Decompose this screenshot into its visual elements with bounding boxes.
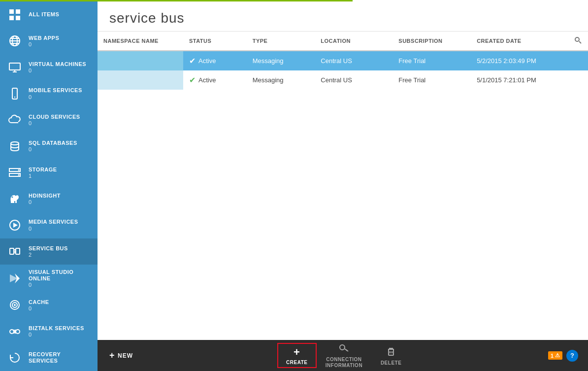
svg-point-34 [16,330,20,334]
media-icon [6,216,24,234]
col-location: LOCATION [315,32,392,51]
sidebar-item-recovery[interactable]: RECOVERY SERVICES [0,345,98,371]
table-container: NAMESPACE NAME STATUS TYPE LOCATION SUBS… [98,32,588,340]
sidebar-count-web-apps: 0 [29,41,59,47]
bottom-toolbar: + NEW + CREATE CONNECTIONINFORMATION [98,340,588,371]
sidebar-item-vs-online[interactable]: VISUAL STUDIO ONLINE 0 [0,265,98,292]
svg-point-37 [575,37,579,41]
connection-info-button[interactable]: CONNECTIONINFORMATION [317,339,371,371]
sidebar-item-web-apps[interactable]: WEB APPS 0 [0,28,98,54]
location-1: Central US [315,51,392,70]
warning-count: 1 [551,353,554,359]
sidebar-count-sql: 0 [29,146,77,152]
sidebar-count-cloud: 0 [29,120,80,126]
sidebar-label-cloud: CLOUD SERVICES [29,114,80,120]
recovery-icon [6,349,24,367]
sidebar-item-sql-databases[interactable]: SQL DATABASES 0 [0,133,98,159]
table-row[interactable]: ✔ Active Messaging Central US Free Trial… [98,70,588,90]
sidebar-label-sql: SQL DATABASES [29,140,77,146]
subscription-2: Free Trial [392,70,471,90]
sidebar-item-media-services[interactable]: MEDIA SERVICES 0 [0,212,98,238]
sidebar-item-cloud-services[interactable]: CLOUD SERVICES 0 [0,107,98,133]
trash-icon [386,346,396,359]
namespace-name-2 [98,70,183,90]
globe-icon [6,32,24,50]
biztalk-icon [6,323,24,340]
help-label: ? [570,352,574,359]
svg-rect-1 [16,9,20,14]
location-2: Central US [315,70,392,90]
monitor-icon [6,59,24,76]
new-label: NEW [118,352,133,359]
toolbar-right: 1 ⚠ ? [548,350,583,362]
sidebar-label-recovery: RECOVERY SERVICES [29,351,92,364]
new-button[interactable]: + NEW [102,346,140,365]
check-icon-1: ✔ [189,56,196,66]
subscription-1: Free Trial [392,51,471,70]
svg-point-39 [340,345,345,350]
servicebus-icon [6,242,24,260]
sidebar-item-service-bus[interactable]: SERVICE BUS 2 [0,238,98,265]
key-icon [338,342,349,356]
page-header: service bus [98,1,588,32]
warning-badge[interactable]: 1 ⚠ [548,351,562,360]
sidebar-label-mobile: MOBILE SERVICES [29,87,82,94]
sidebar-count-storage: 1 [29,173,57,179]
elephant-icon [6,190,24,208]
sidebar-label-hdinsight: HDINSIGHT [29,193,61,199]
type-2: Messaging [247,70,315,90]
svg-line-38 [579,41,581,43]
storage-icon [6,164,24,181]
svg-rect-23 [10,248,14,254]
svg-marker-22 [13,223,18,228]
svg-rect-24 [16,248,20,254]
svg-point-33 [10,330,14,334]
sidebar-item-biztalk[interactable]: BIZTALK SERVICES 0 [0,318,98,344]
help-button[interactable]: ? [566,350,578,362]
sidebar-label-storage: STORAGE [29,167,57,173]
svg-point-19 [18,174,20,176]
app-container: ALL ITEMS WEB APPS 0 [0,1,588,371]
sidebar-label-vs: VISUAL STUDIO ONLINE [29,269,92,282]
svg-point-15 [11,142,19,145]
mobile-icon [6,85,24,102]
svg-point-20 [12,196,13,198]
check-icon-2: ✔ [189,75,196,85]
sidebar-item-virtual-machines[interactable]: VIRTUAL MACHINES 0 [0,54,98,80]
svg-rect-3 [16,16,20,20]
col-type: TYPE [247,32,315,51]
sidebar-count-vm: 0 [29,67,86,73]
plus-icon: + [294,346,300,359]
table-row[interactable]: ✔ Active Messaging Central US Free Trial… [98,51,588,70]
svg-rect-9 [9,63,20,70]
sidebar-item-mobile-services[interactable]: MOBILE SERVICES 0 [0,80,98,106]
svg-point-32 [14,304,16,306]
created-2: 5/1/2015 7:21:01 PM [471,70,568,90]
connection-info-label: CONNECTIONINFORMATION [326,357,362,369]
status-2: ✔ Active [183,70,247,90]
delete-button[interactable]: DELETE [371,343,411,369]
database-icon [6,137,24,155]
create-label: CREATE [286,360,307,365]
sidebar-count-servicebus: 2 [29,252,68,258]
service-bus-table: NAMESPACE NAME STATUS TYPE LOCATION SUBS… [98,32,588,90]
sidebar-item-hdinsight[interactable]: HDINSIGHT 0 [0,186,98,212]
col-created: CREATED DATE [471,32,568,51]
page-title: service bus [109,10,576,26]
col-status: STATUS [183,32,247,51]
sidebar-item-cache[interactable]: CACHE 0 [0,292,98,318]
svg-line-41 [346,350,347,351]
sidebar-label-servicebus: SERVICE BUS [29,245,68,252]
warning-icon: ⚠ [555,352,560,359]
col-subscription: SUBSCRIPTION [392,32,471,51]
sidebar-item-storage[interactable]: STORAGE 1 [0,159,98,185]
create-button[interactable]: + CREATE [277,343,317,368]
sidebar-item-all-items[interactable]: ALL ITEMS [0,1,98,28]
sidebar-label-media: MEDIA SERVICES [29,219,78,225]
svg-rect-0 [9,9,14,14]
svg-rect-2 [9,16,14,20]
cache-icon [6,296,24,314]
created-1: 5/2/2015 2:03:49 PM [471,51,568,70]
search-col-header[interactable] [568,32,588,51]
namespace-name-1 [98,51,183,70]
